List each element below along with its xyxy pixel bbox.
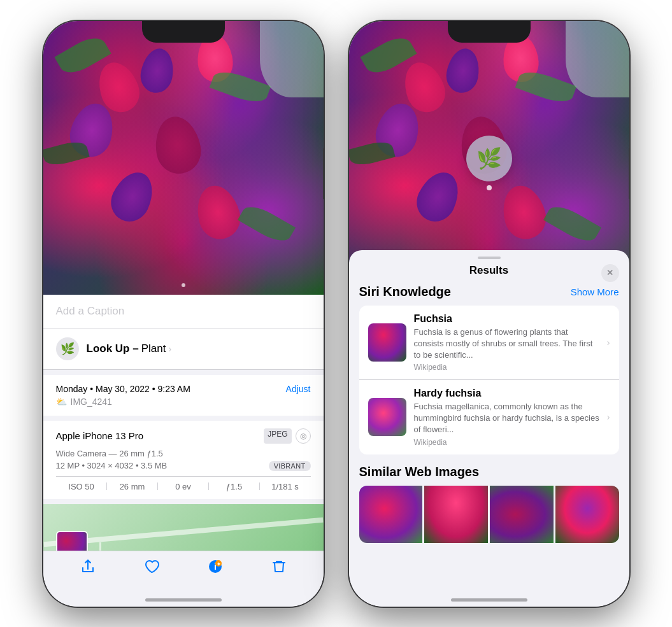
similar-images-grid [359,486,619,543]
photo-area-1[interactable] [43,21,324,295]
exif-aperture: ƒ1.5 [209,482,260,491]
vibrant-badge: VIBRANT [269,461,311,471]
exif-shutter: 1/181 s [260,482,311,491]
fuchsia-text: Fuchsia Fuchsia is a genus of flowering … [414,313,599,372]
caption-placeholder[interactable]: Add a Caption [56,305,125,317]
hardy-source: Wikipedia [414,438,599,447]
heart-button[interactable] [144,559,159,578]
fuchsia-chevron-icon: › [607,337,610,348]
notch-2 [448,21,531,43]
similar-section: Similar Web Images [359,465,619,543]
phone-2: 🌿 Results ✕ Siri Knowledge Show More [349,21,629,607]
fuchsia-name: Fuchsia [414,313,599,325]
sheet-header: Results ✕ [349,259,629,285]
format-badge: JPEG [264,428,291,444]
home-indicator-2 [451,598,527,602]
fuchsia-source: Wikipedia [414,363,599,372]
cloud-icon: ⛅ [56,397,67,407]
caption-area[interactable]: Add a Caption [43,295,324,328]
vs-leaf-icon: 🌿 [476,146,502,171]
similar-img-3[interactable] [490,486,554,543]
similar-img-1[interactable] [359,486,423,543]
leaf-icon: 🌿 [61,342,75,356]
svg-text:✦: ✦ [216,561,220,567]
visual-search-overlay: 🌿 [466,136,512,190]
results-sheet: Results ✕ Siri Knowledge Show More [349,250,629,607]
camera-resolution-row: 12 MP • 3024 × 4032 • 3.5 MB VIBRANT [56,461,311,471]
knowledge-card: Fuchsia Fuchsia is a genus of flowering … [359,306,619,454]
date-text: Monday • May 30, 2022 • 9:23 AM [56,384,190,394]
exif-iso: ISO 50 [56,482,107,491]
share-icon [80,559,96,578]
info-icon: i ✦ [208,559,223,578]
sheet-content: Siri Knowledge Show More Fuchsia Fuchsia… [349,285,629,603]
siri-knowledge-header: Siri Knowledge Show More [359,285,619,299]
share-button[interactable] [80,559,96,578]
vs-dot [487,185,492,190]
flower-photo-1 [43,21,324,295]
screen-2: 🌿 Results ✕ Siri Knowledge Show More [349,21,629,607]
exif-ev: 0 ev [158,482,209,491]
info-section: Monday • May 30, 2022 • 9:23 AM Adjust ⛅… [43,375,324,416]
hardy-thumbnail [368,398,406,436]
lookup-icon-circle: 🌿 [56,337,79,360]
content-area-1: Add a Caption 🌿 Look Up – Plant › Monday… [43,295,324,568]
photo-dot-1 [182,283,185,287]
lookup-row[interactable]: 🌿 Look Up – Plant › [43,328,324,370]
location-badge: ◎ [296,428,311,444]
camera-lens: Wide Camera — 26 mm ƒ1.5 [56,449,311,458]
filename-text: IMG_4241 [71,397,112,407]
sheet-title: Results [469,264,508,277]
camera-name: Apple iPhone 13 Pro [56,430,144,441]
adjust-button[interactable]: Adjust [286,384,311,394]
fuchsia-thumbnail [368,323,406,362]
fuchsia-desc: Fuchsia is a genus of flowering plants t… [414,327,599,362]
knowledge-item-hardy[interactable]: Hardy fuchsia Fuchsia magellanica, commo… [359,380,619,454]
similar-img-2[interactable] [424,486,488,543]
notch-1 [142,21,225,43]
hardy-chevron-icon: › [607,412,610,422]
trash-icon [271,559,287,578]
sheet-close-button[interactable]: ✕ [601,264,619,282]
siri-knowledge-title: Siri Knowledge [359,285,451,299]
phone-1: Add a Caption 🌿 Look Up – Plant › Monday… [43,21,324,607]
vs-circle: 🌿 [466,136,512,181]
hardy-text: Hardy fuchsia Fuchsia magellanica, commo… [414,388,599,447]
fuchsia-thumb-image [368,323,406,362]
exif-row: ISO 50 26 mm 0 ev ƒ1.5 1/181 s [56,476,311,491]
heart-icon [144,559,159,578]
hardy-name: Hardy fuchsia [414,388,599,399]
similar-title: Similar Web Images [359,465,619,479]
similar-img-4[interactable] [555,486,619,543]
knowledge-item-fuchsia[interactable]: Fuchsia Fuchsia is a genus of flowering … [359,306,619,381]
screen-1: Add a Caption 🌿 Look Up – Plant › Monday… [43,21,324,607]
hardy-thumb-image [368,398,406,436]
camera-section: Apple iPhone 13 Pro JPEG ◎ Wide Camera —… [43,421,324,499]
home-indicator-1 [145,598,222,602]
delete-button[interactable] [271,559,287,578]
camera-resolution: 12 MP • 3024 × 4032 • 3.5 MB [56,461,168,470]
lookup-label: Look Up – Plant › [87,342,172,355]
hardy-desc: Fuchsia magellanica, commonly known as t… [414,401,599,436]
show-more-button[interactable]: Show More [571,286,619,297]
info-button[interactable]: i ✦ [208,559,223,578]
exif-focal: 26 mm [107,482,158,491]
